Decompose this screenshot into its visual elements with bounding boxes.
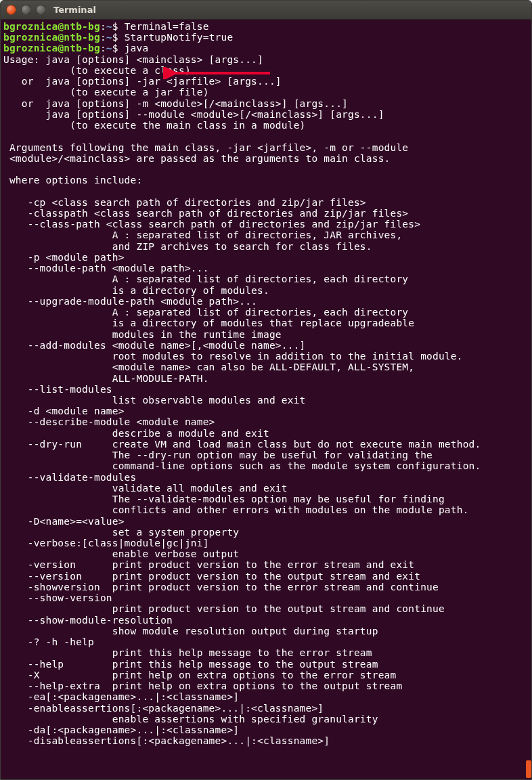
prompt-host: ntb-bg bbox=[64, 21, 100, 32]
output-line: enable verbose output bbox=[3, 548, 239, 559]
prompt-user: bgroznica bbox=[3, 21, 58, 32]
output-line: root modules to resolve in addition to t… bbox=[3, 351, 463, 362]
prompt-line: bgroznica@ntb-bg:~$ Terminal=false bbox=[3, 21, 209, 32]
window-title: Terminal bbox=[53, 5, 96, 15]
output-line: and ZIP archives to search for class fil… bbox=[3, 241, 372, 252]
output-line: --add-modules <module name>[,<module nam… bbox=[3, 340, 306, 351]
prompt-line: bgroznica@ntb-bg:~$ java bbox=[3, 43, 148, 53]
output-line: -classpath <class search path of directo… bbox=[3, 208, 408, 219]
output-line: A : separated list of directories, each … bbox=[3, 274, 408, 284]
window-titlebar[interactable]: Terminal bbox=[1, 1, 531, 20]
output-line: -ea[:<packagename>...|:<classname>] bbox=[3, 691, 239, 702]
terminal-window: Terminal bgroznica@ntb-bg:~$ Terminal=fa… bbox=[0, 0, 532, 780]
prompt-dollar: $ bbox=[112, 21, 118, 32]
output-line: java [options] --module <module>[/<mainc… bbox=[3, 109, 384, 120]
output-line: command-line options such as the module … bbox=[3, 460, 481, 471]
output-line: -p <module path> bbox=[3, 252, 125, 263]
output-line: --dry-run create VM and load main class … bbox=[3, 439, 481, 450]
output-line: or java [options] -jar <jarfile> [args..… bbox=[3, 76, 282, 87]
output-line: --upgrade-module-path <module path>... bbox=[3, 296, 257, 307]
output-line: --module-path <module path>... bbox=[3, 263, 209, 274]
prompt-path: ~ bbox=[106, 32, 112, 43]
output-line: is a directory of modules that replace u… bbox=[3, 318, 414, 328]
output-line: ALL-MODULE-PATH. bbox=[3, 373, 209, 384]
output-line: show module resolution output during sta… bbox=[3, 626, 378, 636]
prompt-host: ntb-bg bbox=[64, 32, 100, 43]
output-line: The --validate-modules option may be use… bbox=[3, 494, 445, 504]
prompt-at: @ bbox=[58, 21, 64, 32]
output-line: <module>/<mainclass> are passed as the a… bbox=[3, 153, 391, 164]
prompt-at: @ bbox=[58, 43, 64, 53]
prompt-colon: : bbox=[100, 32, 106, 43]
output-line: list observable modules and exit bbox=[3, 395, 306, 406]
maximize-icon[interactable] bbox=[36, 5, 46, 15]
scrollbar-thumb[interactable] bbox=[526, 760, 531, 778]
output-line: The --dry-run option may be useful for v… bbox=[3, 450, 433, 460]
prompt-at: @ bbox=[58, 32, 64, 43]
output-line: is a directory of modules. bbox=[3, 285, 269, 296]
output-line: -enableassertions[:<packagename>...|:<cl… bbox=[3, 703, 324, 714]
prompt-colon: : bbox=[100, 43, 106, 53]
terminal-output[interactable]: bgroznica@ntb-bg:~$ Terminal=false bgroz… bbox=[1, 20, 531, 779]
output-line: enable assertions with specified granula… bbox=[3, 714, 378, 724]
output-line: A : separated list of directories, JAR a… bbox=[3, 230, 402, 240]
output-line: modules in the runtime image bbox=[3, 329, 282, 340]
output-line: (to execute a jar file) bbox=[3, 87, 209, 98]
output-line: -D<name>=<value> bbox=[3, 516, 125, 527]
prompt-path: ~ bbox=[106, 21, 112, 32]
command-text: Terminal=false bbox=[125, 21, 209, 32]
output-line: --show-module-resolution bbox=[3, 615, 173, 626]
prompt-line: bgroznica@ntb-bg:~$ StartupNotify=true bbox=[3, 32, 233, 43]
prompt-path: ~ bbox=[106, 43, 112, 53]
command-text: StartupNotify=true bbox=[125, 32, 234, 43]
output-line: --list-modules bbox=[3, 384, 112, 395]
output-line: --show-version bbox=[3, 592, 112, 603]
prompt-user: bgroznica bbox=[3, 43, 58, 53]
output-line: --validate-modules bbox=[3, 472, 136, 483]
minimize-icon[interactable] bbox=[21, 5, 31, 15]
output-line: -d <module name> bbox=[3, 406, 125, 416]
output-line: -disableassertions[:<packagename>...|:<c… bbox=[3, 735, 330, 746]
output-line: print product version to the output stre… bbox=[3, 603, 445, 614]
output-line: <module name> can also be ALL-DEFAULT, A… bbox=[3, 362, 414, 372]
output-line: Arguments following the main class, -jar… bbox=[3, 142, 408, 153]
output-line: -version print product version to the er… bbox=[3, 559, 414, 570]
output-line: -? -h -help bbox=[3, 636, 94, 647]
prompt-user: bgroznica bbox=[3, 32, 58, 43]
output-line: --version print product version to the o… bbox=[3, 571, 420, 582]
output-line: -da[:<packagename>...|:<classname>] bbox=[3, 724, 239, 735]
output-line: Usage: java [options] <mainclass> [args.… bbox=[3, 54, 263, 65]
close-icon[interactable] bbox=[6, 5, 16, 15]
output-line: set a system property bbox=[3, 527, 239, 538]
output-line: --describe-module <module name> bbox=[3, 416, 215, 427]
output-line: (to execute a class) bbox=[3, 65, 191, 76]
output-line: --help-extra print help on extra options… bbox=[3, 680, 402, 691]
command-text: java bbox=[125, 43, 149, 53]
output-line: -cp <class search path of directories an… bbox=[3, 197, 366, 208]
output-line: where options include: bbox=[3, 175, 142, 186]
output-line: --help print this help message to the ou… bbox=[3, 659, 378, 670]
output-line: -verbose:[class|module|gc|jni] bbox=[3, 538, 209, 548]
output-line: -X print help on extra options to the er… bbox=[3, 670, 396, 680]
output-line: -showversion print product version to th… bbox=[3, 582, 439, 592]
output-line: print this help message to the error str… bbox=[3, 647, 372, 658]
output-line: or java [options] -m <module>[/<mainclas… bbox=[3, 98, 348, 109]
output-line: (to execute the main class in a module) bbox=[3, 120, 306, 131]
prompt-host: ntb-bg bbox=[64, 43, 100, 53]
output-line: validate all modules and exit bbox=[3, 483, 288, 494]
output-line: --class-path <class search path of direc… bbox=[3, 219, 420, 230]
output-line: describe a module and exit bbox=[3, 428, 269, 439]
output-line: conflicts and other errors with modules … bbox=[3, 504, 469, 515]
output-line: A : separated list of directories, each … bbox=[3, 307, 408, 318]
prompt-colon: : bbox=[100, 21, 106, 32]
prompt-dollar: $ bbox=[112, 43, 118, 53]
prompt-dollar: $ bbox=[112, 32, 118, 43]
